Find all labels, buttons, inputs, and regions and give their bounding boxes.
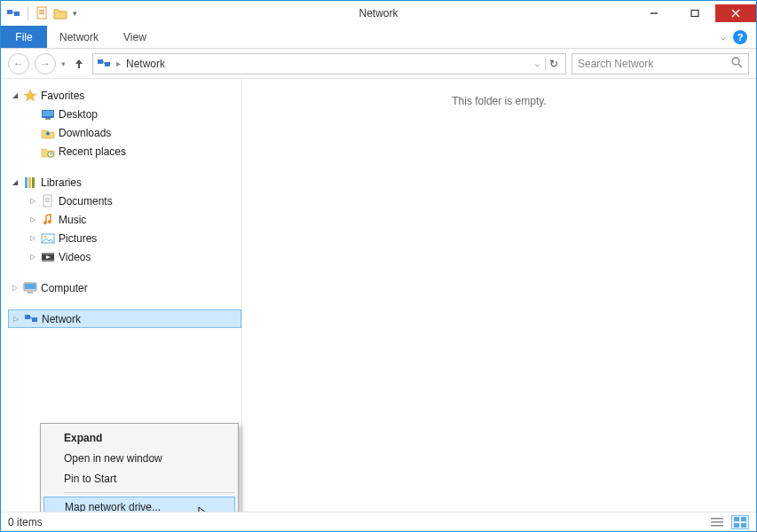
svg-rect-10 (98, 59, 103, 64)
tab-view[interactable]: View (111, 26, 159, 48)
svg-rect-42 (734, 523, 739, 528)
svg-rect-4 (39, 12, 44, 12)
svg-rect-30 (42, 253, 54, 254)
svg-rect-38 (711, 521, 723, 523)
back-button[interactable]: ← (8, 53, 29, 74)
tree-group-favorites: Favorites Desktop Downloads (8, 86, 241, 160)
details-view-button[interactable] (708, 515, 726, 529)
large-icons-view-button[interactable] (731, 515, 749, 529)
status-bar: 0 items (1, 512, 756, 531)
window-controls (634, 4, 756, 22)
svg-rect-41 (741, 517, 746, 521)
properties-qat-icon[interactable] (35, 6, 50, 20)
ctx-pin-to-start[interactable]: Pin to Start (43, 468, 236, 489)
pictures-icon (41, 231, 55, 246)
svg-rect-21 (43, 195, 51, 207)
network-icon (97, 57, 111, 71)
file-tab[interactable]: File (1, 26, 47, 48)
music-icon (41, 213, 55, 227)
tree-label: Computer (41, 282, 88, 294)
svg-rect-2 (37, 7, 46, 19)
new-folder-qat-icon[interactable] (53, 6, 67, 20)
tab-network[interactable]: Network (47, 26, 111, 48)
svg-rect-36 (32, 317, 37, 322)
expand-toggle-icon[interactable] (10, 177, 20, 187)
navigation-bar: ← → ▾ ▸ Network ⌵ ↻ Search Network (1, 49, 756, 79)
tree-item-downloads[interactable]: Downloads (8, 123, 241, 142)
downloads-icon (41, 126, 55, 140)
svg-line-13 (738, 64, 742, 67)
expand-toggle-icon[interactable] (28, 252, 37, 262)
tree-item-desktop[interactable]: Desktop (8, 105, 241, 123)
svg-rect-11 (105, 62, 110, 66)
svg-rect-39 (711, 525, 723, 527)
svg-rect-43 (741, 523, 746, 528)
help-icon[interactable]: ? (733, 30, 747, 44)
computer-icon (23, 281, 37, 295)
tree-item-libraries[interactable]: Libraries (8, 173, 241, 192)
status-item-count: 0 items (8, 516, 43, 528)
ribbon: File Network View ⌵ ? (1, 26, 756, 49)
svg-rect-7 (691, 11, 698, 17)
close-button[interactable] (715, 4, 756, 22)
expand-toggle-icon[interactable] (28, 233, 37, 243)
svg-rect-35 (25, 315, 30, 319)
tree-group-computer: Computer (8, 278, 241, 297)
ctx-expand[interactable]: Expand (43, 427, 236, 448)
tree-item-recent-places[interactable]: Recent places (8, 142, 241, 160)
tree-item-documents[interactable]: Documents (8, 192, 241, 210)
libraries-icon (23, 176, 37, 190)
tree-label: Libraries (41, 176, 82, 189)
tree-label: Favorites (41, 90, 84, 102)
forward-button[interactable]: → (35, 53, 56, 74)
body: Favorites Desktop Downloads (1, 79, 756, 512)
svg-rect-15 (43, 111, 53, 116)
svg-rect-23 (45, 200, 50, 200)
ctx-open-new-window[interactable]: Open in new window (43, 448, 236, 468)
svg-point-12 (732, 58, 739, 65)
refresh-button[interactable]: ↻ (545, 58, 562, 70)
ctx-map-network-drive[interactable]: Map network drive... (43, 497, 235, 512)
expand-toggle-icon[interactable] (11, 314, 20, 324)
tree-item-music[interactable]: Music (8, 210, 241, 229)
search-input[interactable]: Search Network (572, 53, 749, 74)
breadcrumb-chevron-icon[interactable]: ▸ (116, 59, 121, 68)
svg-rect-31 (42, 260, 54, 262)
tree-group-network: Network (8, 309, 241, 328)
app-icon (6, 6, 20, 20)
maximize-button[interactable] (674, 4, 715, 22)
svg-rect-33 (25, 284, 35, 289)
tree-label: Videos (59, 251, 91, 263)
minimize-button[interactable] (634, 4, 674, 22)
search-icon (731, 57, 743, 71)
context-menu: Expand Open in new window Pin to Start M… (40, 423, 239, 512)
tree-item-favorites[interactable]: Favorites (8, 86, 241, 105)
recent-locations-dropdown[interactable]: ▾ (61, 59, 66, 68)
tree-item-videos[interactable]: Videos (8, 247, 241, 266)
ribbon-expand-icon[interactable]: ⌵ (721, 32, 726, 42)
svg-point-25 (43, 221, 47, 224)
search-placeholder: Search Network (578, 58, 653, 70)
tree-label: Downloads (59, 127, 111, 139)
content-pane[interactable]: This folder is empty. (242, 79, 756, 512)
address-bar[interactable]: ▸ Network ⌵ ↻ (92, 53, 566, 74)
svg-rect-1 (14, 12, 20, 16)
tree-label: Pictures (59, 232, 97, 245)
svg-rect-22 (45, 198, 50, 199)
address-dropdown-icon[interactable]: ⌵ (535, 59, 540, 68)
tree-item-network[interactable]: Network (8, 309, 241, 328)
breadcrumb-location[interactable]: Network (126, 58, 165, 70)
ctx-separator (64, 492, 234, 493)
tree-item-pictures[interactable]: Pictures (8, 229, 241, 247)
expand-toggle-icon[interactable] (10, 283, 20, 293)
tree-item-computer[interactable]: Computer (8, 278, 241, 297)
qat-dropdown-icon[interactable]: ▾ (73, 9, 77, 18)
expand-toggle-icon[interactable] (10, 90, 20, 100)
expand-toggle-icon[interactable] (28, 215, 37, 224)
expand-toggle-icon[interactable] (28, 196, 37, 206)
svg-rect-19 (28, 177, 31, 188)
svg-rect-5 (39, 13, 44, 14)
up-button[interactable] (71, 56, 87, 72)
star-icon (23, 89, 37, 103)
tree-label: Desktop (59, 108, 98, 121)
